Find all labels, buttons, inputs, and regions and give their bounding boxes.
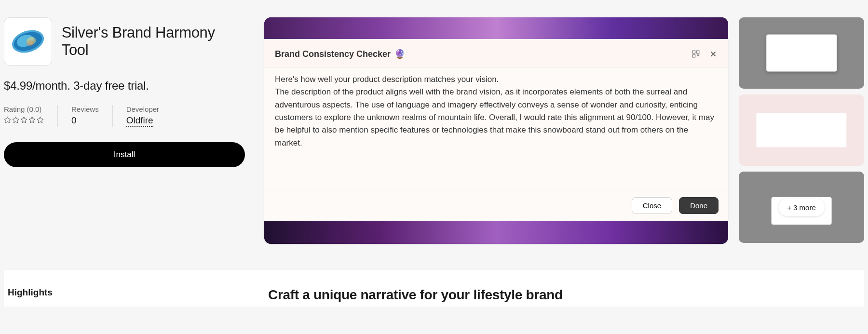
reviews-label: Reviews — [71, 105, 99, 113]
svg-rect-7 — [692, 55, 695, 57]
expand-icon[interactable] — [692, 50, 700, 58]
modal-body-text: The description of the product aligns we… — [275, 86, 718, 149]
main-screenshot[interactable]: Brand Consistency Checker 🔮 Here's how w… — [264, 17, 728, 244]
rating-stars — [4, 116, 44, 123]
price-line: $4.99/month. 3-day free trial. — [4, 79, 245, 93]
more-badge[interactable]: + 3 more — [778, 199, 825, 216]
close-button[interactable]: Close — [632, 197, 672, 214]
modal-body-intro: Here's how well your product description… — [275, 73, 718, 86]
thumbnail-3[interactable]: + 3 more — [739, 172, 864, 243]
app-icon — [4, 17, 52, 66]
app-title: Silver's Brand Harmony Tool — [62, 24, 245, 59]
developer-label: Developer — [126, 105, 159, 113]
modal-title: Brand Consistency Checker — [275, 49, 391, 59]
thumbnail-1[interactable] — [739, 17, 864, 89]
svg-rect-5 — [692, 51, 695, 53]
developer-link[interactable]: Oldfire — [126, 115, 153, 127]
done-button[interactable]: Done — [679, 197, 719, 214]
crystal-ball-icon: 🔮 — [394, 49, 405, 59]
reviews-count: 0 — [71, 115, 99, 126]
rating-label: Rating (0.0) — [4, 105, 44, 113]
craft-heading: Craft a unique narrative for your lifest… — [268, 287, 860, 303]
close-icon[interactable] — [709, 50, 718, 58]
install-button[interactable]: Install — [4, 142, 245, 167]
highlights-heading: Highlights — [8, 287, 268, 298]
svg-rect-6 — [697, 51, 699, 53]
thumbnail-2[interactable] — [739, 94, 864, 166]
